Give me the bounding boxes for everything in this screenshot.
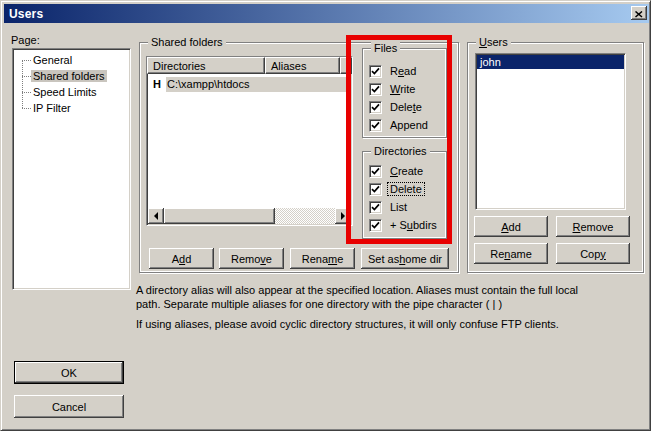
checkbox-read[interactable]: Read (369, 64, 418, 78)
page-item-label: General (31, 54, 74, 66)
checkbox-append[interactable]: Append (369, 118, 430, 132)
cancel-button[interactable]: Cancel (14, 395, 124, 418)
user-copy-button[interactable]: Copy (556, 243, 630, 264)
checkbox-label: Create (388, 165, 425, 177)
checkbox-label: Delete (388, 101, 424, 113)
shared-add-button[interactable]: Add (149, 248, 214, 269)
directories-group-label: Directories (371, 145, 430, 158)
directory-row[interactable]: H C:\xampp\htdocs (147, 76, 352, 92)
checkbox-box[interactable] (369, 165, 382, 178)
page-item-shared-folders[interactable]: Shared folders (13, 68, 130, 84)
checkbox-box[interactable] (369, 119, 382, 132)
scroll-left-button[interactable] (148, 208, 164, 224)
scrollbar-track[interactable] (275, 208, 335, 224)
window-title: Users (9, 7, 43, 21)
arrow-right-icon (341, 212, 345, 220)
home-directory-flag: H (147, 77, 166, 92)
checkbox-box[interactable] (369, 65, 382, 78)
checkbox-label: Append (388, 119, 430, 131)
close-icon (635, 6, 643, 21)
page-item-general[interactable]: General (13, 52, 130, 68)
note-line-3: If using aliases, please avoid cyclic di… (136, 317, 648, 331)
checkbox-label: List (388, 201, 409, 213)
checkbox-box[interactable] (369, 101, 382, 114)
ok-button[interactable]: OK (14, 361, 124, 384)
user-add-button[interactable]: Add (474, 216, 548, 237)
close-button[interactable] (631, 6, 647, 20)
checkbox-label: Delete (388, 183, 424, 195)
checkbox-label: Write (388, 83, 417, 95)
user-list[interactable]: john (475, 53, 626, 210)
page-item-label: Speed Limits (31, 86, 99, 98)
checkbox-box[interactable] (369, 201, 382, 214)
arrow-left-icon (154, 212, 158, 220)
checkbox-box[interactable] (369, 183, 382, 196)
page-item-speed-limits[interactable]: Speed Limits (13, 84, 130, 100)
note-line-2: path. Separate multiple aliases for one … (136, 297, 648, 311)
listview-header: Directories Aliases (147, 57, 352, 74)
directories-listview[interactable]: Directories Aliases H C:\xampp\htdocs (146, 56, 353, 226)
checkbox-box[interactable] (369, 83, 382, 96)
checkbox-list[interactable]: List (369, 200, 409, 214)
note-line-1: A directory alias will also appear at th… (136, 283, 648, 297)
horizontal-scrollbar[interactable] (148, 208, 351, 224)
column-header-aliases[interactable]: Aliases (265, 57, 340, 74)
set-as-home-dir-button[interactable]: Set as home dir (361, 248, 449, 269)
checkbox-box[interactable] (369, 219, 382, 232)
shared-folders-group-label: Shared folders (148, 36, 226, 49)
checkbox-subdirs[interactable]: + Subdirs (369, 218, 439, 232)
page-item-ip-filter[interactable]: IP Filter (13, 100, 130, 116)
shared-remove-button[interactable]: Remove (219, 248, 284, 269)
page-item-label: Shared folders (31, 70, 107, 82)
user-rename-button[interactable]: Rename (474, 243, 548, 264)
checkbox-write[interactable]: Write (369, 82, 417, 96)
page-item-label: IP Filter (31, 102, 73, 114)
alias-notes: A directory alias will also appear at th… (136, 283, 648, 331)
page-list[interactable]: GeneralShared foldersSpeed LimitsIP Filt… (12, 48, 131, 290)
files-group-label: Files (371, 42, 400, 55)
users-group-label: Users (476, 36, 511, 49)
scroll-right-button[interactable] (335, 208, 351, 224)
checkbox-label: Read (388, 65, 418, 77)
checkbox-label: + Subdirs (388, 219, 439, 231)
user-item-john[interactable]: john (477, 55, 624, 69)
checkbox-delete[interactable]: Delete (369, 100, 424, 114)
checkbox-create[interactable]: Create (369, 164, 425, 178)
directory-path: C:\xampp\htdocs (166, 77, 352, 92)
users-dialog: Users Page: GeneralShared foldersSpeed L… (0, 0, 651, 431)
title-bar[interactable]: Users (4, 4, 649, 23)
column-header-filler (340, 57, 352, 74)
page-label: Page: (11, 34, 40, 46)
scrollbar-thumb[interactable] (164, 208, 275, 224)
checkbox-delete[interactable]: Delete (369, 182, 424, 196)
column-header-directories[interactable]: Directories (147, 57, 265, 74)
shared-rename-button[interactable]: Rename (290, 248, 355, 269)
user-remove-button[interactable]: Remove (556, 216, 630, 237)
